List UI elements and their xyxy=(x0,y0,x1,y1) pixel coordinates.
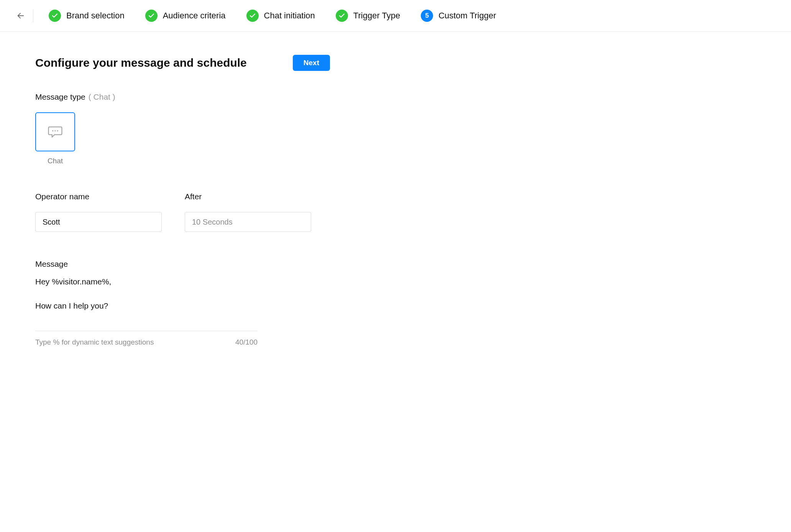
step-custom-trigger[interactable]: 5 Custom Trigger xyxy=(421,10,496,22)
after-label: After xyxy=(185,192,311,201)
after-input[interactable] xyxy=(185,212,311,232)
operator-name-label: Operator name xyxy=(35,192,162,201)
check-icon xyxy=(148,12,155,19)
message-type-options: Chat xyxy=(35,112,425,165)
step-trigger-type[interactable]: Trigger Type xyxy=(336,10,400,22)
page-title: Configure your message and schedule xyxy=(35,56,247,69)
check-icon xyxy=(338,12,345,19)
message-type-card-box xyxy=(35,112,75,151)
back-area xyxy=(15,9,36,22)
svg-point-1 xyxy=(52,130,53,131)
step-audience-criteria[interactable]: Audience criteria xyxy=(145,10,226,22)
arrow-left-icon xyxy=(16,11,25,20)
message-type-selected: ( Chat ) xyxy=(89,92,115,102)
main-content: Configure your message and schedule Next… xyxy=(0,32,460,362)
check-badge xyxy=(49,10,61,22)
operator-name-input[interactable] xyxy=(35,212,162,232)
stepper-bar: Brand selection Audience criteria Chat i… xyxy=(0,0,791,32)
operator-name-field: Operator name xyxy=(35,192,162,232)
message-counter: 40/100 xyxy=(235,338,258,346)
step-label: Custom Trigger xyxy=(438,11,496,21)
next-button[interactable]: Next xyxy=(293,55,330,71)
message-type-card-label: Chat xyxy=(48,157,63,165)
message-label: Message xyxy=(35,259,258,269)
check-icon xyxy=(249,12,256,19)
check-badge xyxy=(336,10,348,22)
after-field: After xyxy=(185,192,311,232)
back-button[interactable] xyxy=(15,10,26,21)
message-block: Message Hey %visitor.name%, How can I he… xyxy=(35,259,258,346)
message-type-label-text: Message type xyxy=(35,92,85,102)
title-row: Configure your message and schedule Next xyxy=(35,55,425,71)
message-textarea[interactable]: Hey %visitor.name%, How can I help you? xyxy=(35,276,258,322)
step-label: Audience criteria xyxy=(163,11,226,21)
svg-point-3 xyxy=(57,130,58,131)
stepper-steps: Brand selection Audience criteria Chat i… xyxy=(49,10,496,22)
svg-point-2 xyxy=(54,130,56,131)
step-label: Trigger Type xyxy=(353,11,400,21)
message-footer: Type % for dynamic text suggestions 40/1… xyxy=(35,331,258,346)
message-type-chat[interactable]: Chat xyxy=(35,112,75,165)
step-brand-selection[interactable]: Brand selection xyxy=(49,10,125,22)
check-badge xyxy=(145,10,158,22)
step-label: Chat initiation xyxy=(264,11,315,21)
chat-icon xyxy=(47,123,64,140)
check-badge xyxy=(246,10,259,22)
step-number-badge: 5 xyxy=(421,10,433,22)
divider xyxy=(33,9,33,22)
check-icon xyxy=(51,12,58,19)
message-hint: Type % for dynamic text suggestions xyxy=(35,338,154,346)
form-row: Operator name After xyxy=(35,192,425,232)
step-chat-initiation[interactable]: Chat initiation xyxy=(246,10,315,22)
message-type-label: Message type ( Chat ) xyxy=(35,92,425,102)
step-label: Brand selection xyxy=(66,11,125,21)
